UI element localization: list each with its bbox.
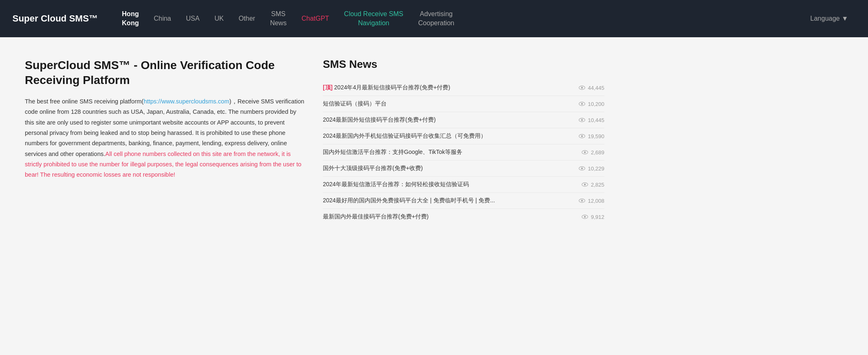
eye-icon (579, 85, 585, 90)
news-item[interactable]: 2024最新国内外手机短信验证码接码平台收集汇总（可免费用） 19,590 (323, 128, 604, 144)
eye-icon (582, 182, 588, 187)
news-item[interactable]: 国内外短信激活平台推荐：支持Google、TikTok等服务 2,689 (323, 144, 604, 161)
desc-part1: The best free online SMS receiving platf… (25, 98, 144, 105)
svg-point-15 (581, 200, 583, 201)
eye-icon (579, 101, 585, 106)
site-link[interactable]: https://www.supercloudsms.com (144, 98, 229, 105)
view-count: 19,590 (588, 133, 604, 139)
nav-items: HongKong China USA UK Other SMSNews Chat… (115, 10, 856, 28)
nav-item-advertising[interactable]: AdvertisingCooperation (411, 10, 462, 28)
svg-point-5 (581, 119, 583, 121)
nav-item-sms-news[interactable]: SMSNews (262, 10, 294, 28)
nav-item-china[interactable]: China (146, 14, 178, 23)
view-count: 44,445 (588, 85, 604, 91)
main-content: SuperCloud SMS™ - Online Verification Co… (0, 37, 868, 355)
news-item[interactable]: 2024最新国外短信接码平台推荐(免费+付费) 10,445 (323, 112, 604, 128)
svg-point-1 (581, 87, 583, 89)
eye-icon (579, 166, 585, 171)
news-item[interactable]: [顶]2024年4月最新短信接码平台推荐(免费+付费) 44,445 (323, 80, 604, 96)
nav-item-language[interactable]: Language ▼ (803, 14, 856, 23)
nav-item-other[interactable]: Other (231, 14, 262, 23)
svg-point-7 (581, 135, 583, 137)
eye-icon (579, 134, 585, 139)
description-text: The best free online SMS receiving platf… (25, 96, 306, 180)
site-logo[interactable]: Super Cloud SMS™ (12, 13, 98, 24)
news-item[interactable]: 2024最好用的国内国外免费接码平台大全 | 免费临时手机号 | 免费... 1… (323, 193, 604, 209)
news-title: SMS News (323, 58, 604, 71)
view-count: 10,200 (588, 101, 604, 107)
nav-item-uk[interactable]: UK (207, 14, 231, 23)
eye-icon (579, 198, 585, 203)
view-count: 10,229 (588, 166, 604, 172)
news-item[interactable]: 最新国内外最佳接码平台推荐(免费+付费) 9,912 (323, 209, 604, 225)
view-count: 9,912 (591, 214, 604, 220)
news-item[interactable]: 国外十大顶级接码平台推荐(免费+收费) 10,229 (323, 161, 604, 177)
nav-item-usa[interactable]: USA (178, 14, 207, 23)
left-panel: SuperCloud SMS™ - Online Verification Co… (25, 58, 306, 338)
page-title: SuperCloud SMS™ - Online Verification Co… (25, 58, 306, 88)
eye-icon (582, 150, 588, 155)
svg-point-3 (581, 103, 583, 105)
view-count: 10,445 (588, 117, 604, 123)
news-item[interactable]: 短信验证码（接码）平台 10,200 (323, 96, 604, 112)
news-list: [顶]2024年4月最新短信接码平台推荐(免费+付费) 44,445短信验证码（… (323, 80, 604, 225)
svg-point-17 (584, 216, 586, 218)
view-count: 2,689 (591, 149, 604, 156)
eye-icon (582, 214, 588, 219)
nav-item-cloud-receive[interactable]: Cloud Receive SMSNavigation (337, 10, 411, 28)
navigation: Super Cloud SMS™ HongKong China USA UK O… (0, 0, 868, 37)
desc-part2: )，Receive SMS verification code online f… (25, 98, 304, 157)
news-item[interactable]: 2024年最新短信激活平台推荐：如何轻松接收短信验证码 2,825 (323, 177, 604, 193)
nav-item-hong-kong[interactable]: HongKong (115, 10, 147, 28)
right-panel: SMS News [顶]2024年4月最新短信接码平台推荐(免费+付费) 44,… (323, 58, 604, 338)
eye-icon (579, 118, 585, 122)
nav-item-chatgpt[interactable]: ChatGPT (294, 14, 337, 23)
svg-point-13 (584, 184, 586, 185)
svg-point-11 (581, 168, 583, 169)
view-count: 12,008 (588, 198, 604, 204)
view-count: 2,825 (591, 182, 604, 188)
svg-point-9 (584, 151, 586, 153)
